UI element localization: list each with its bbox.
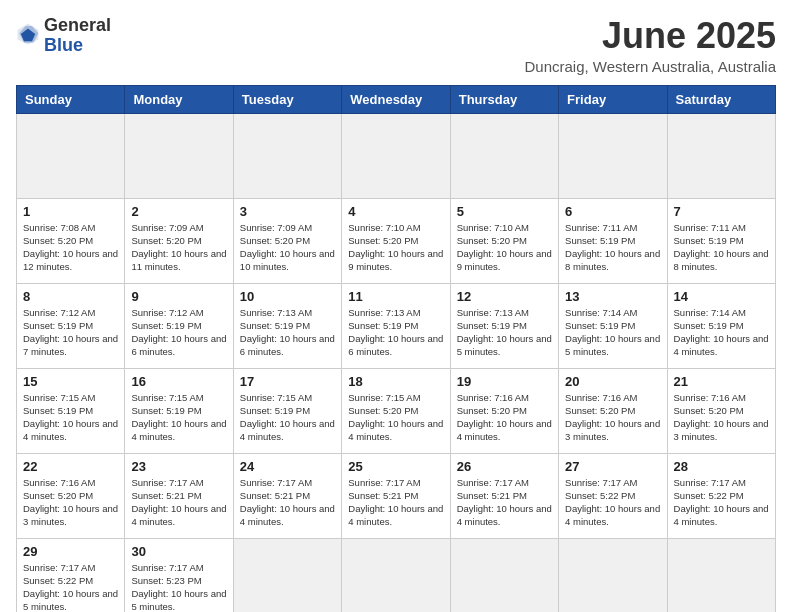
- day-number-4: 4: [348, 204, 443, 219]
- day-number-16: 16: [131, 374, 226, 389]
- day-number-28: 28: [674, 459, 769, 474]
- day-number-27: 27: [565, 459, 660, 474]
- calendar-cell-4-5: 27Sunrise: 7:17 AMSunset: 5:22 PMDayligh…: [559, 453, 667, 538]
- day-info-22: Sunrise: 7:16 AMSunset: 5:20 PMDaylight:…: [23, 476, 118, 529]
- day-info-23: Sunrise: 7:17 AMSunset: 5:21 PMDaylight:…: [131, 476, 226, 529]
- calendar-cell-4-0: 22Sunrise: 7:16 AMSunset: 5:20 PMDayligh…: [17, 453, 125, 538]
- day-number-19: 19: [457, 374, 552, 389]
- title-area: June 2025 Duncraig, Western Australia, A…: [524, 16, 776, 75]
- calendar-cell-1-3: 4Sunrise: 7:10 AMSunset: 5:20 PMDaylight…: [342, 198, 450, 283]
- day-info-21: Sunrise: 7:16 AMSunset: 5:20 PMDaylight:…: [674, 391, 769, 444]
- calendar-cell-2-5: 13Sunrise: 7:14 AMSunset: 5:19 PMDayligh…: [559, 283, 667, 368]
- calendar-cell-3-0: 15Sunrise: 7:15 AMSunset: 5:19 PMDayligh…: [17, 368, 125, 453]
- calendar-cell-0-0: [17, 113, 125, 198]
- calendar-cell-1-5: 6Sunrise: 7:11 AMSunset: 5:19 PMDaylight…: [559, 198, 667, 283]
- day-info-1: Sunrise: 7:08 AMSunset: 5:20 PMDaylight:…: [23, 221, 118, 274]
- day-info-28: Sunrise: 7:17 AMSunset: 5:22 PMDaylight:…: [674, 476, 769, 529]
- page-header: General Blue June 2025 Duncraig, Western…: [16, 16, 776, 75]
- day-info-26: Sunrise: 7:17 AMSunset: 5:21 PMDaylight:…: [457, 476, 552, 529]
- calendar-cell-3-4: 19Sunrise: 7:16 AMSunset: 5:20 PMDayligh…: [450, 368, 558, 453]
- calendar-cell-5-6: [667, 538, 775, 612]
- day-number-5: 5: [457, 204, 552, 219]
- day-info-14: Sunrise: 7:14 AMSunset: 5:19 PMDaylight:…: [674, 306, 769, 359]
- day-info-30: Sunrise: 7:17 AMSunset: 5:23 PMDaylight:…: [131, 561, 226, 612]
- day-info-27: Sunrise: 7:17 AMSunset: 5:22 PMDaylight:…: [565, 476, 660, 529]
- day-number-6: 6: [565, 204, 660, 219]
- day-number-3: 3: [240, 204, 335, 219]
- day-number-18: 18: [348, 374, 443, 389]
- calendar-cell-3-3: 18Sunrise: 7:15 AMSunset: 5:20 PMDayligh…: [342, 368, 450, 453]
- day-number-29: 29: [23, 544, 118, 559]
- calendar-cell-3-6: 21Sunrise: 7:16 AMSunset: 5:20 PMDayligh…: [667, 368, 775, 453]
- day-info-4: Sunrise: 7:10 AMSunset: 5:20 PMDaylight:…: [348, 221, 443, 274]
- day-number-22: 22: [23, 459, 118, 474]
- calendar-cell-0-4: [450, 113, 558, 198]
- day-number-17: 17: [240, 374, 335, 389]
- calendar-cell-2-1: 9Sunrise: 7:12 AMSunset: 5:19 PMDaylight…: [125, 283, 233, 368]
- day-info-9: Sunrise: 7:12 AMSunset: 5:19 PMDaylight:…: [131, 306, 226, 359]
- day-number-11: 11: [348, 289, 443, 304]
- logo-icon: [16, 22, 40, 46]
- calendar-cell-5-0: 29Sunrise: 7:17 AMSunset: 5:22 PMDayligh…: [17, 538, 125, 612]
- day-info-17: Sunrise: 7:15 AMSunset: 5:19 PMDaylight:…: [240, 391, 335, 444]
- day-info-13: Sunrise: 7:14 AMSunset: 5:19 PMDaylight:…: [565, 306, 660, 359]
- week-row-2: 8Sunrise: 7:12 AMSunset: 5:19 PMDaylight…: [17, 283, 776, 368]
- week-row-5: 29Sunrise: 7:17 AMSunset: 5:22 PMDayligh…: [17, 538, 776, 612]
- week-row-0: [17, 113, 776, 198]
- logo: General Blue: [16, 16, 111, 56]
- day-number-9: 9: [131, 289, 226, 304]
- day-info-16: Sunrise: 7:15 AMSunset: 5:19 PMDaylight:…: [131, 391, 226, 444]
- col-tuesday: Tuesday: [233, 85, 341, 113]
- calendar-cell-2-3: 11Sunrise: 7:13 AMSunset: 5:19 PMDayligh…: [342, 283, 450, 368]
- week-row-1: 1Sunrise: 7:08 AMSunset: 5:20 PMDaylight…: [17, 198, 776, 283]
- calendar-table: Sunday Monday Tuesday Wednesday Thursday…: [16, 85, 776, 612]
- col-wednesday: Wednesday: [342, 85, 450, 113]
- day-info-5: Sunrise: 7:10 AMSunset: 5:20 PMDaylight:…: [457, 221, 552, 274]
- col-saturday: Saturday: [667, 85, 775, 113]
- calendar-cell-3-1: 16Sunrise: 7:15 AMSunset: 5:19 PMDayligh…: [125, 368, 233, 453]
- day-number-2: 2: [131, 204, 226, 219]
- day-info-29: Sunrise: 7:17 AMSunset: 5:22 PMDaylight:…: [23, 561, 118, 612]
- day-info-10: Sunrise: 7:13 AMSunset: 5:19 PMDaylight:…: [240, 306, 335, 359]
- day-number-24: 24: [240, 459, 335, 474]
- day-info-19: Sunrise: 7:16 AMSunset: 5:20 PMDaylight:…: [457, 391, 552, 444]
- col-monday: Monday: [125, 85, 233, 113]
- calendar-cell-1-1: 2Sunrise: 7:09 AMSunset: 5:20 PMDaylight…: [125, 198, 233, 283]
- day-number-13: 13: [565, 289, 660, 304]
- day-number-12: 12: [457, 289, 552, 304]
- calendar-cell-4-3: 25Sunrise: 7:17 AMSunset: 5:21 PMDayligh…: [342, 453, 450, 538]
- calendar-cell-1-6: 7Sunrise: 7:11 AMSunset: 5:19 PMDaylight…: [667, 198, 775, 283]
- calendar-cell-1-4: 5Sunrise: 7:10 AMSunset: 5:20 PMDaylight…: [450, 198, 558, 283]
- calendar-cell-2-6: 14Sunrise: 7:14 AMSunset: 5:19 PMDayligh…: [667, 283, 775, 368]
- day-info-24: Sunrise: 7:17 AMSunset: 5:21 PMDaylight:…: [240, 476, 335, 529]
- day-info-18: Sunrise: 7:15 AMSunset: 5:20 PMDaylight:…: [348, 391, 443, 444]
- calendar-cell-2-2: 10Sunrise: 7:13 AMSunset: 5:19 PMDayligh…: [233, 283, 341, 368]
- calendar-cell-0-6: [667, 113, 775, 198]
- day-number-21: 21: [674, 374, 769, 389]
- col-thursday: Thursday: [450, 85, 558, 113]
- day-info-8: Sunrise: 7:12 AMSunset: 5:19 PMDaylight:…: [23, 306, 118, 359]
- location: Duncraig, Western Australia, Australia: [524, 58, 776, 75]
- calendar-cell-0-5: [559, 113, 667, 198]
- day-info-25: Sunrise: 7:17 AMSunset: 5:21 PMDaylight:…: [348, 476, 443, 529]
- calendar-cell-5-5: [559, 538, 667, 612]
- day-info-12: Sunrise: 7:13 AMSunset: 5:19 PMDaylight:…: [457, 306, 552, 359]
- day-info-11: Sunrise: 7:13 AMSunset: 5:19 PMDaylight:…: [348, 306, 443, 359]
- calendar-cell-5-1: 30Sunrise: 7:17 AMSunset: 5:23 PMDayligh…: [125, 538, 233, 612]
- day-number-14: 14: [674, 289, 769, 304]
- calendar-cell-1-2: 3Sunrise: 7:09 AMSunset: 5:20 PMDaylight…: [233, 198, 341, 283]
- day-number-20: 20: [565, 374, 660, 389]
- day-info-15: Sunrise: 7:15 AMSunset: 5:19 PMDaylight:…: [23, 391, 118, 444]
- day-info-3: Sunrise: 7:09 AMSunset: 5:20 PMDaylight:…: [240, 221, 335, 274]
- day-info-7: Sunrise: 7:11 AMSunset: 5:19 PMDaylight:…: [674, 221, 769, 274]
- day-number-26: 26: [457, 459, 552, 474]
- calendar-cell-4-4: 26Sunrise: 7:17 AMSunset: 5:21 PMDayligh…: [450, 453, 558, 538]
- calendar-header-row: Sunday Monday Tuesday Wednesday Thursday…: [17, 85, 776, 113]
- week-row-3: 15Sunrise: 7:15 AMSunset: 5:19 PMDayligh…: [17, 368, 776, 453]
- col-sunday: Sunday: [17, 85, 125, 113]
- month-title: June 2025: [524, 16, 776, 56]
- logo-general: General: [44, 16, 111, 36]
- day-number-10: 10: [240, 289, 335, 304]
- day-number-1: 1: [23, 204, 118, 219]
- day-info-6: Sunrise: 7:11 AMSunset: 5:19 PMDaylight:…: [565, 221, 660, 274]
